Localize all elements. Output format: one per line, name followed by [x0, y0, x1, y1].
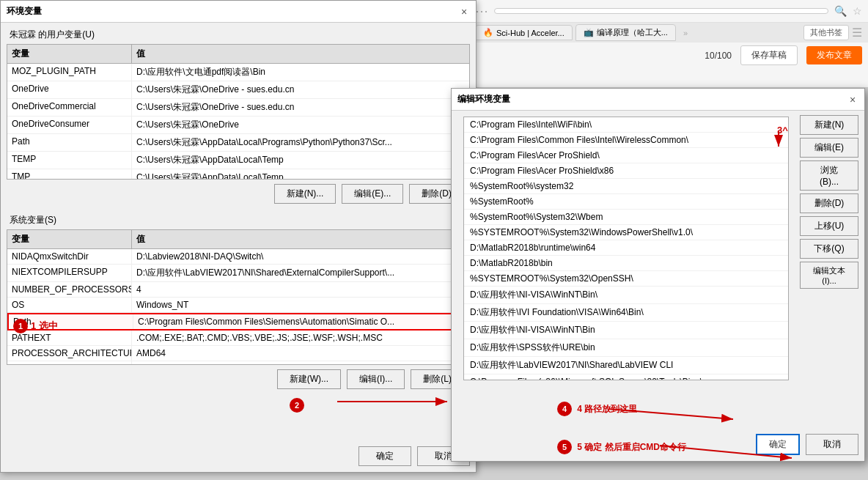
user-variables-table: 变量 值 MOZ_PLUGIN_PATH D:\应用软件\文电通pdf阅读器\B… [7, 44, 470, 180]
edit-down-button[interactable]: 下移(Q) [800, 239, 858, 259]
user-variables-section: 朱冠霖 的用户变量(U) 变量 值 MOZ_PLUGIN_PATH D:\应用软… [7, 29, 470, 208]
more-tabs[interactable]: » [679, 29, 692, 37]
table-row[interactable]: OS Windows_NT [7, 298, 469, 313]
env-dialog-title: 环境变量 [7, 5, 42, 18]
list-item[interactable]: D:\MatlabR2018b\runtime\win64 [464, 240, 788, 256]
list-item[interactable]: D:\应用软件\NI-VISA\WinNT\Bin\ [464, 287, 788, 304]
browser-background: ⋯ 🔍 ☆ 🔥 Sci-Hub | Acceler... 📺 编译原理（哈工大.… [469, 0, 868, 88]
tab-compile[interactable]: 📺 编译原理（哈工大... [575, 24, 676, 41]
edit-env-dialog: 编辑环境变量 × C:\Program Files\Intel\WiFi\bin… [451, 88, 865, 462]
list-item[interactable]: %SYSTEMROOT%\System32\OpenSSH\ [464, 271, 788, 287]
edit-text-button[interactable]: 编辑文本(I)... [800, 262, 858, 289]
sys-col-value-header: 值 [132, 230, 469, 248]
list-item[interactable]: D:\应用软件\LabVIEW2017\NI\Shared\LabVIEW CL… [464, 357, 788, 374]
env-dialog-titlebar: 环境变量 × [1, 1, 476, 23]
edit-dialog-bottom-buttons: 确定 取消 [756, 434, 858, 455]
edit-dialog-title: 编辑环境变量 [457, 93, 510, 106]
edit-dialog-close[interactable]: × [847, 94, 858, 106]
list-item[interactable]: %SystemRoot%\System32\Wbem [464, 210, 788, 225]
user-col-value-header: 值 [132, 45, 469, 63]
user-col-name-header: 变量 [7, 45, 132, 63]
table-row[interactable]: TEMP C:\Users\朱冠霖\AppData\Local\Temp [7, 152, 469, 169]
user-section-label: 朱冠霖 的用户变量(U) [7, 29, 470, 41]
list-item[interactable]: D:\应用软件\IVI Foundation\VISA\Win64\Bin\ [464, 304, 788, 322]
edit-browse-button[interactable]: 浏览(B)... [800, 160, 858, 191]
edit-edit-button[interactable]: 编辑(E) [800, 138, 858, 158]
publish-button[interactable]: 发布文章 [806, 46, 862, 64]
user-buttons-row: 新建(N)... 编辑(E)... 删除(D) [7, 180, 470, 208]
table-row[interactable]: Path C:\Users\朱冠霖\AppData\Local\Programs… [7, 134, 469, 152]
tab-scihub-icon: 🔥 [483, 28, 493, 37]
list-item[interactable]: C:\Program Files\Intel\WiFi\bin\ [464, 117, 788, 133]
table-row[interactable]: TMP C:\Users\朱冠霖\AppData\Local\Temp [7, 169, 469, 180]
star-icon[interactable]: ☆ [853, 5, 862, 17]
list-item[interactable]: D:\MatlabR2018b\bin [464, 256, 788, 271]
env-dialog-close[interactable]: × [458, 6, 470, 18]
browser-icon[interactable]: ⋯ [475, 3, 488, 19]
tab-compile-icon: 📺 [584, 28, 594, 37]
env-ok-button[interactable]: 确定 [358, 446, 411, 466]
edit-action-buttons: 新建(N) 编辑(E) 浏览(B)... 删除(D) 上移(U) 下移(Q) 编… [800, 115, 858, 289]
system-variables-table: 变量 值 NIDAQmxSwitchDir D:\Labview2018\NI-… [7, 229, 470, 365]
counter-label: 10/100 [705, 51, 732, 61]
tab-scihub-label: Sci-Hub | Acceler... [496, 29, 564, 37]
edit-new-button[interactable]: 新建(N) [800, 115, 858, 135]
table-row[interactable]: NIDAQmxSwitchDir D:\Labview2018\NI-DAQ\S… [7, 249, 469, 265]
list-item[interactable]: C:\Program Files (x86)\Microsoft SQL Ser… [464, 374, 788, 380]
table-row[interactable]: NUMBER_OF_PROCESSORS 4 [7, 282, 469, 298]
bookmarks-label[interactable]: 其他书签 [803, 25, 849, 40]
list-item[interactable]: C:\Program Files\Acer ProShield\ [464, 148, 788, 163]
list-item[interactable]: %SystemRoot% [464, 194, 788, 210]
save-draft-button[interactable]: 保存草稿 [740, 45, 798, 65]
list-item[interactable]: %SystemRoot%\system32 [464, 179, 788, 194]
list-item[interactable]: D:\应用软件\NI-VISA\WinNT\Bin [464, 322, 788, 339]
search-icon[interactable]: 🔍 [834, 5, 847, 17]
tab-scihub[interactable]: 🔥 Sci-Hub | Acceler... [475, 25, 573, 40]
list-item[interactable]: C:\Program Files\Acer ProShield\x86 [464, 163, 788, 179]
user-new-button[interactable]: 新建(N)... [274, 184, 336, 204]
edit-dialog-titlebar: 编辑环境变量 × [452, 89, 864, 111]
menu-icon[interactable]: ☰ [852, 26, 862, 40]
tab-compile-label: 编译原理（哈工大... [597, 27, 668, 38]
browser-actions: 10/100 保存草稿 发布文章 [469, 43, 868, 68]
env-variables-dialog: 环境变量 × 朱冠霖 的用户变量(U) 变量 值 MOZ_PLUGIN_PATH… [0, 0, 477, 473]
table-row[interactable]: PATHEXT .COM;.EXE;.BAT;.CMD;.VBS;.VBE;.J… [7, 331, 469, 346]
table-row[interactable]: OneDrive C:\Users\朱冠霖\OneDrive - sues.ed… [7, 81, 469, 99]
table-row[interactable]: OneDriveCommercial C:\Users\朱冠霖\OneDrive… [7, 99, 469, 117]
edit-ok-button[interactable]: 确定 [756, 434, 800, 455]
sys-new-button[interactable]: 新建(W)... [277, 369, 341, 389]
sys-edit-button[interactable]: 编辑(I)... [347, 369, 405, 389]
edit-delete-button[interactable]: 删除(D) [800, 193, 858, 213]
system-variables-section: 系统变量(S) 变量 值 NIDAQmxSwitchDir D:\Labview… [7, 214, 470, 394]
address-bar[interactable] [494, 8, 828, 14]
list-item[interactable]: D:\应用软件\SPSS软件\URE\bin [464, 339, 788, 357]
list-item[interactable]: C:\Program Files\Common Files\Intel\Wire… [464, 133, 788, 148]
sys-col-name-header: 变量 [7, 230, 132, 248]
edit-up-button[interactable]: 上移(U) [800, 216, 858, 236]
browser-toolbar: ⋯ 🔍 ☆ [469, 0, 868, 23]
user-table-header: 变量 值 [7, 45, 469, 64]
table-row[interactable]: PROCESSOR_ARCHITECTURE AMD64 [7, 346, 469, 361]
edit-list-wrapper: C:\Program Files\Intel\WiFi\bin\ C:\Prog… [457, 117, 795, 380]
user-edit-button[interactable]: 编辑(E)... [342, 184, 403, 204]
sys-section-label: 系统变量(S) [7, 214, 470, 226]
list-item[interactable]: %SYSTEMROOT%\System32\WindowsPowerShell\… [464, 225, 788, 240]
browser-tab-bar: 🔥 Sci-Hub | Acceler... 📺 编译原理（哈工大... » 其… [469, 23, 868, 43]
sys-buttons-row: 新建(W)... 编辑(I)... 删除(L) [7, 365, 470, 394]
edit-cancel-button[interactable]: 取消 [806, 434, 858, 455]
edit-env-list[interactable]: C:\Program Files\Intel\WiFi\bin\ C:\Prog… [463, 117, 789, 380]
table-row[interactable]: MOZ_PLUGIN_PATH D:\应用软件\文电通pdf阅读器\Bin [7, 64, 469, 81]
table-row[interactable]: OneDriveConsumer C:\Users\朱冠霖\OneDrive [7, 117, 469, 134]
sys-table-header: 变量 值 [7, 230, 469, 249]
path-row-highlighted[interactable]: Path C:\Program Files\Common Files\Sieme… [7, 313, 469, 331]
table-row[interactable]: NIEXTCOMPILERSUPP D:\应用软件\LabVIEW2017\NI… [7, 265, 469, 282]
